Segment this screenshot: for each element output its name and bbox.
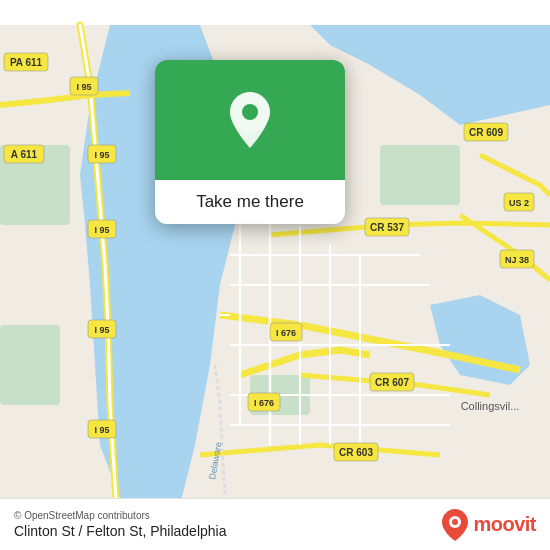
svg-text:I 95: I 95: [94, 425, 109, 435]
osm-attribution: © OpenStreetMap contributors: [14, 510, 226, 521]
popup-card-header: [155, 60, 345, 180]
svg-point-52: [242, 104, 258, 120]
bottom-bar: © OpenStreetMap contributors Clinton St …: [0, 498, 550, 550]
location-label: Clinton St / Felton St, Philadelphia: [14, 523, 226, 539]
svg-rect-4: [380, 145, 460, 205]
popup-card-bottom: Take me there: [155, 180, 345, 224]
moovit-brand-text: moovit: [473, 513, 536, 536]
bottom-bar-left: © OpenStreetMap contributors Clinton St …: [14, 510, 226, 539]
svg-text:NJ 38: NJ 38: [505, 255, 529, 265]
svg-point-54: [452, 519, 458, 525]
svg-text:PA 611: PA 611: [10, 57, 43, 68]
svg-text:I 676: I 676: [254, 398, 274, 408]
svg-text:I 95: I 95: [94, 225, 109, 235]
svg-text:I 95: I 95: [94, 325, 109, 335]
svg-text:I 95: I 95: [94, 150, 109, 160]
location-pin-icon: [225, 90, 275, 150]
svg-text:CR 603: CR 603: [339, 447, 373, 458]
moovit-pin-icon: [441, 508, 469, 542]
take-me-there-button[interactable]: Take me there: [165, 192, 335, 212]
popup-card: Take me there: [155, 60, 345, 224]
svg-text:I 95: I 95: [76, 82, 91, 92]
svg-text:US 2: US 2: [509, 198, 529, 208]
svg-rect-7: [0, 325, 60, 405]
svg-text:CR 607: CR 607: [375, 377, 409, 388]
svg-text:CR 609: CR 609: [469, 127, 503, 138]
svg-text:I 676: I 676: [276, 328, 296, 338]
svg-text:Collingsvil...: Collingsvil...: [461, 400, 520, 412]
moovit-logo: moovit: [441, 508, 536, 542]
svg-text:A 611: A 611: [11, 149, 38, 160]
svg-text:CR 537: CR 537: [370, 222, 404, 233]
map-container: PA 611 A 611 I 95 I 95 I 95 I 95 I 95 CR…: [0, 0, 550, 550]
